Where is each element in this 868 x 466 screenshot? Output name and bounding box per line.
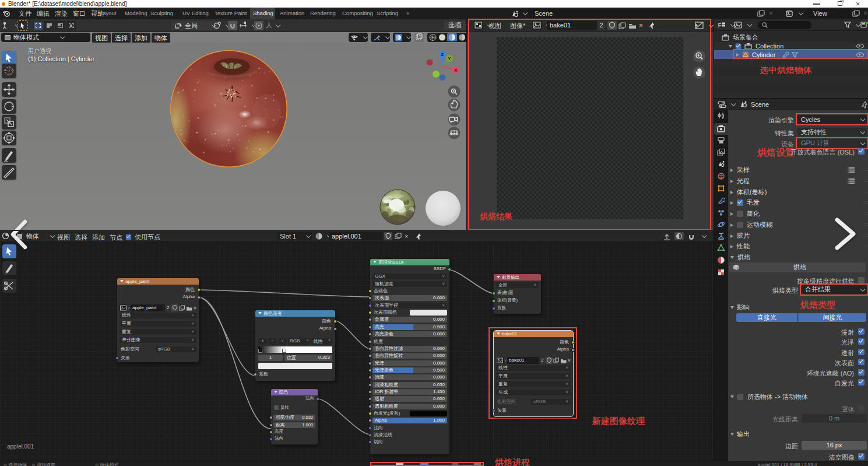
svg-text:Y: Y	[448, 56, 451, 61]
svg-text:Z: Z	[441, 52, 444, 57]
svg-text:X: X	[454, 68, 458, 73]
